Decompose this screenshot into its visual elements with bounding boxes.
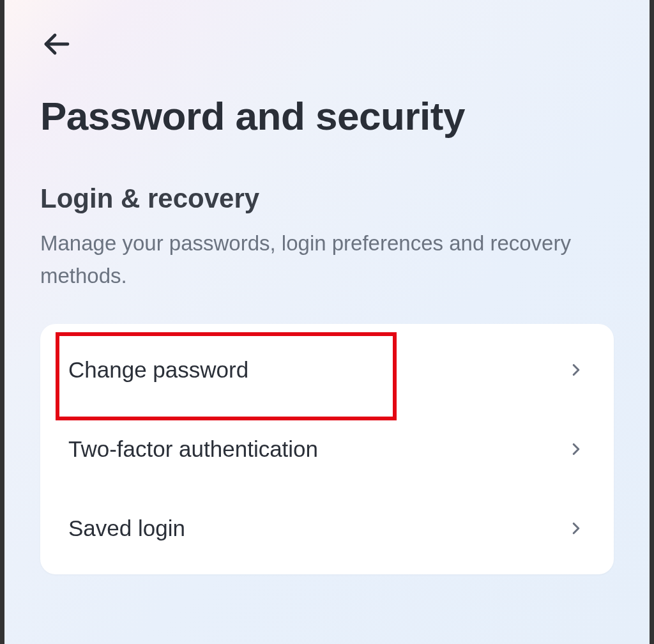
- list-item-label: Change password: [68, 357, 248, 383]
- chevron-right-icon: [567, 360, 586, 379]
- list-item-change-password[interactable]: Change password: [40, 330, 614, 410]
- back-button[interactable]: [40, 29, 72, 61]
- settings-screen: Password and security Login & recovery M…: [4, 0, 650, 644]
- chevron-right-icon: [567, 440, 586, 459]
- list-item-label: Saved login: [68, 516, 185, 541]
- section-description: Manage your passwords, login preferences…: [40, 227, 614, 292]
- chevron-right-icon: [567, 519, 586, 538]
- list-item-two-factor[interactable]: Two-factor authentication: [40, 410, 614, 489]
- page-title: Password and security: [40, 93, 614, 139]
- section-title: Login & recovery: [40, 183, 614, 214]
- list-item-label: Two-factor authentication: [68, 436, 318, 462]
- arrow-left-icon: [41, 29, 72, 62]
- settings-list: Change password Two-factor authenticatio…: [40, 324, 614, 574]
- list-item-saved-login[interactable]: Saved login: [40, 489, 614, 568]
